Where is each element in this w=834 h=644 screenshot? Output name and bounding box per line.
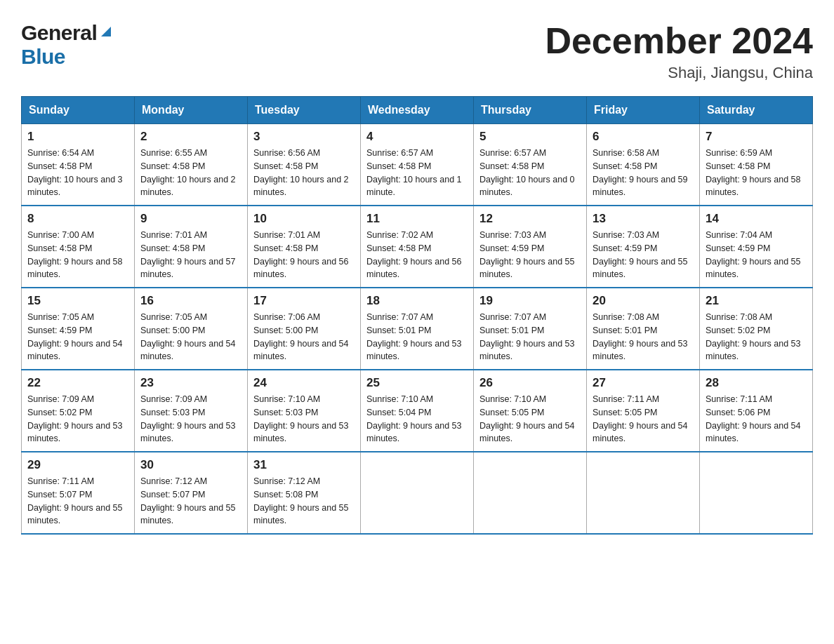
day-info: Sunrise: 6:56 AM Sunset: 4:58 PM Dayligh… [253,147,355,199]
calendar-cell: 4 Sunrise: 6:57 AM Sunset: 4:58 PM Dayli… [361,124,474,206]
calendar-cell: 14 Sunrise: 7:04 AM Sunset: 4:59 PM Dayl… [700,206,813,288]
calendar-cell: 23 Sunrise: 7:09 AM Sunset: 5:03 PM Dayl… [135,370,248,452]
calendar-week-row: 15 Sunrise: 7:05 AM Sunset: 4:59 PM Dayl… [22,288,813,370]
day-info: Sunrise: 7:04 AM Sunset: 4:59 PM Dayligh… [706,229,807,281]
location-title: Shaji, Jiangsu, China [545,64,813,82]
day-info: Sunrise: 7:08 AM Sunset: 5:02 PM Dayligh… [706,311,807,363]
calendar-cell: 17 Sunrise: 7:06 AM Sunset: 5:00 PM Dayl… [248,288,361,370]
day-number: 7 [706,130,807,144]
day-number: 19 [479,294,581,308]
col-thursday: Thursday [474,97,587,124]
logo-general-text: General [21,21,97,45]
day-number: 22 [27,376,128,390]
day-info: Sunrise: 7:08 AM Sunset: 5:01 PM Dayligh… [593,311,694,363]
day-number: 12 [479,212,581,226]
calendar-cell: 28 Sunrise: 7:11 AM Sunset: 5:06 PM Dayl… [700,370,813,452]
day-info: Sunrise: 6:57 AM Sunset: 4:58 PM Dayligh… [479,147,581,199]
day-info: Sunrise: 7:03 AM Sunset: 4:59 PM Dayligh… [593,229,694,281]
day-number: 1 [27,130,128,144]
day-number: 4 [366,130,468,144]
day-info: Sunrise: 6:55 AM Sunset: 4:58 PM Dayligh… [140,147,241,199]
day-info: Sunrise: 7:05 AM Sunset: 4:59 PM Dayligh… [27,311,128,363]
calendar-cell: 3 Sunrise: 6:56 AM Sunset: 4:58 PM Dayli… [248,124,361,206]
day-number: 10 [253,212,355,226]
day-number: 14 [706,212,807,226]
day-number: 21 [706,294,807,308]
calendar-cell: 29 Sunrise: 7:11 AM Sunset: 5:07 PM Dayl… [22,452,135,534]
calendar-week-row: 8 Sunrise: 7:00 AM Sunset: 4:58 PM Dayli… [22,206,813,288]
day-info: Sunrise: 7:12 AM Sunset: 5:07 PM Dayligh… [140,475,241,528]
calendar-header: Sunday Monday Tuesday Wednesday Thursday… [22,97,813,124]
day-info: Sunrise: 7:03 AM Sunset: 4:59 PM Dayligh… [479,229,581,281]
day-info: Sunrise: 7:10 AM Sunset: 5:04 PM Dayligh… [366,393,468,445]
logo-triangle-icon [98,24,114,39]
calendar-cell: 26 Sunrise: 7:10 AM Sunset: 5:05 PM Dayl… [474,370,587,452]
day-info: Sunrise: 6:58 AM Sunset: 4:58 PM Dayligh… [593,147,694,199]
day-info: Sunrise: 7:02 AM Sunset: 4:58 PM Dayligh… [366,229,468,281]
day-number: 27 [593,376,694,390]
calendar-cell [700,452,813,534]
calendar-cell: 25 Sunrise: 7:10 AM Sunset: 5:04 PM Dayl… [361,370,474,452]
col-friday: Friday [587,97,700,124]
calendar-cell: 30 Sunrise: 7:12 AM Sunset: 5:07 PM Dayl… [135,452,248,534]
day-number: 5 [479,130,581,144]
day-number: 13 [593,212,694,226]
day-info: Sunrise: 7:01 AM Sunset: 4:58 PM Dayligh… [140,229,241,281]
calendar-cell [587,452,700,534]
day-info: Sunrise: 7:10 AM Sunset: 5:05 PM Dayligh… [479,393,581,445]
calendar-cell: 13 Sunrise: 7:03 AM Sunset: 4:59 PM Dayl… [587,206,700,288]
day-info: Sunrise: 7:11 AM Sunset: 5:06 PM Dayligh… [706,393,807,445]
day-number: 28 [706,376,807,390]
calendar-cell: 18 Sunrise: 7:07 AM Sunset: 5:01 PM Dayl… [361,288,474,370]
day-info: Sunrise: 7:01 AM Sunset: 4:58 PM Dayligh… [253,229,355,281]
header-row: Sunday Monday Tuesday Wednesday Thursday… [22,97,813,124]
day-info: Sunrise: 7:06 AM Sunset: 5:00 PM Dayligh… [253,311,355,363]
day-number: 18 [366,294,468,308]
day-number: 26 [479,376,581,390]
day-info: Sunrise: 7:11 AM Sunset: 5:07 PM Dayligh… [27,475,128,528]
calendar-cell [361,452,474,534]
day-info: Sunrise: 6:59 AM Sunset: 4:58 PM Dayligh… [706,147,807,199]
calendar-body: 1 Sunrise: 6:54 AM Sunset: 4:58 PM Dayli… [22,124,813,535]
col-saturday: Saturday [700,97,813,124]
calendar-week-row: 29 Sunrise: 7:11 AM Sunset: 5:07 PM Dayl… [22,452,813,534]
day-info: Sunrise: 7:07 AM Sunset: 5:01 PM Dayligh… [479,311,581,363]
day-number: 31 [253,458,355,472]
calendar-week-row: 1 Sunrise: 6:54 AM Sunset: 4:58 PM Dayli… [22,124,813,206]
day-number: 15 [27,294,128,308]
calendar-cell: 9 Sunrise: 7:01 AM Sunset: 4:58 PM Dayli… [135,206,248,288]
day-info: Sunrise: 7:09 AM Sunset: 5:02 PM Dayligh… [27,393,128,445]
calendar-cell: 7 Sunrise: 6:59 AM Sunset: 4:58 PM Dayli… [700,124,813,206]
day-number: 6 [593,130,694,144]
day-info: Sunrise: 6:57 AM Sunset: 4:58 PM Dayligh… [366,147,468,199]
day-number: 2 [140,130,241,144]
day-number: 3 [253,130,355,144]
day-number: 9 [140,212,241,226]
calendar-cell: 10 Sunrise: 7:01 AM Sunset: 4:58 PM Dayl… [248,206,361,288]
calendar-cell: 27 Sunrise: 7:11 AM Sunset: 5:05 PM Dayl… [587,370,700,452]
day-info: Sunrise: 6:54 AM Sunset: 4:58 PM Dayligh… [27,147,128,199]
col-sunday: Sunday [22,97,135,124]
day-number: 23 [140,376,241,390]
calendar-cell: 12 Sunrise: 7:03 AM Sunset: 4:59 PM Dayl… [474,206,587,288]
calendar-cell: 1 Sunrise: 6:54 AM Sunset: 4:58 PM Dayli… [22,124,135,206]
day-info: Sunrise: 7:00 AM Sunset: 4:58 PM Dayligh… [27,229,128,281]
calendar-cell: 24 Sunrise: 7:10 AM Sunset: 5:03 PM Dayl… [248,370,361,452]
day-number: 11 [366,212,468,226]
col-tuesday: Tuesday [248,97,361,124]
calendar-cell: 15 Sunrise: 7:05 AM Sunset: 4:59 PM Dayl… [22,288,135,370]
svg-marker-0 [101,27,111,36]
title-block: December 2024 Shaji, Jiangsu, China [545,21,813,82]
calendar-cell: 11 Sunrise: 7:02 AM Sunset: 4:58 PM Dayl… [361,206,474,288]
calendar-cell: 19 Sunrise: 7:07 AM Sunset: 5:01 PM Dayl… [474,288,587,370]
day-number: 17 [253,294,355,308]
logo: General Blue [21,21,114,69]
col-monday: Monday [135,97,248,124]
day-info: Sunrise: 7:12 AM Sunset: 5:08 PM Dayligh… [253,475,355,528]
day-info: Sunrise: 7:05 AM Sunset: 5:00 PM Dayligh… [140,311,241,363]
calendar-cell: 8 Sunrise: 7:00 AM Sunset: 4:58 PM Dayli… [22,206,135,288]
month-title: December 2024 [545,21,813,61]
calendar-cell: 21 Sunrise: 7:08 AM Sunset: 5:02 PM Dayl… [700,288,813,370]
calendar-cell: 2 Sunrise: 6:55 AM Sunset: 4:58 PM Dayli… [135,124,248,206]
day-info: Sunrise: 7:07 AM Sunset: 5:01 PM Dayligh… [366,311,468,363]
